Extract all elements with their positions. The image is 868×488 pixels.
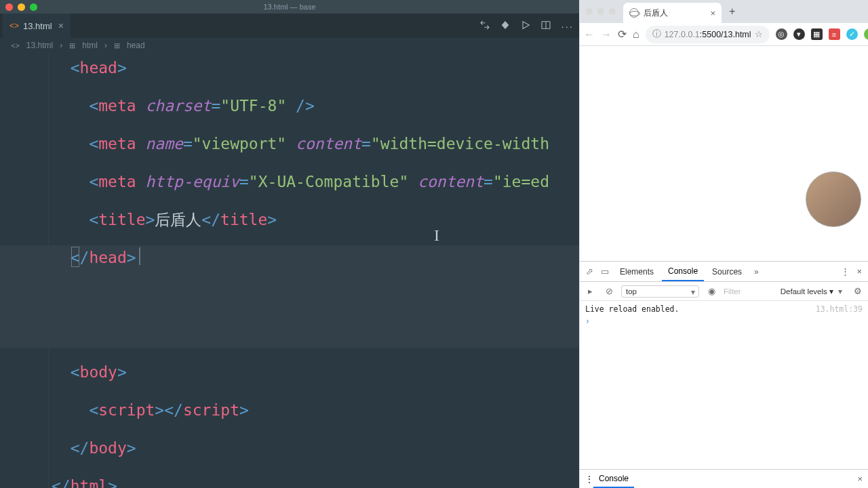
run-icon[interactable] xyxy=(520,20,531,33)
address-bar[interactable]: ⓘ 127.0.0.1:5500/13.html ☆ xyxy=(646,26,770,43)
tab-close-icon[interactable]: × xyxy=(58,20,64,31)
context-selector[interactable]: top xyxy=(621,285,699,298)
console-sidebar-icon[interactable]: ▸ xyxy=(583,286,597,296)
maximize-window-icon[interactable] xyxy=(609,8,616,15)
tag-icon: ⊞ xyxy=(69,41,75,50)
webcam-avatar xyxy=(806,171,861,227)
html-file-icon: <> xyxy=(11,41,20,49)
breadcrumb-item[interactable]: html xyxy=(82,41,98,50)
drawer-menu-icon[interactable]: ⋮ xyxy=(585,474,593,484)
home-button[interactable]: ⌂ xyxy=(633,28,639,41)
devtools-tab-console[interactable]: Console xyxy=(662,262,704,281)
star-bookmark-icon[interactable]: ☆ xyxy=(755,29,763,39)
bracket-highlight-icon xyxy=(71,247,79,267)
more-icon[interactable]: ··· xyxy=(561,20,574,32)
new-tab-button[interactable]: + xyxy=(725,5,739,18)
log-message: Live reload enabled. xyxy=(585,304,679,314)
log-source[interactable]: 13.html:39 xyxy=(816,304,863,314)
maximize-window-icon[interactable] xyxy=(30,3,37,11)
diamond-icon[interactable] xyxy=(500,20,511,33)
chevron-right-icon: › xyxy=(60,41,62,50)
console-prompt-icon[interactable]: › xyxy=(585,314,863,326)
devtools-menu-icon[interactable]: ⋮ xyxy=(841,266,850,277)
site-info-icon[interactable]: ⓘ xyxy=(652,28,661,40)
extension-icon[interactable]: ▦ xyxy=(811,28,823,40)
extension-icon[interactable]: ≡ xyxy=(829,28,840,40)
tag-icon: ⊞ xyxy=(114,41,120,50)
traffic-lights[interactable] xyxy=(5,3,37,11)
chevron-right-icon: › xyxy=(104,41,107,50)
mac-titlebar: 13.html — base xyxy=(0,0,579,14)
device-toolbar-icon[interactable]: ▭ xyxy=(598,266,612,277)
inspect-element-icon[interactable]: ⬀ xyxy=(583,266,596,277)
extension-icons: ◎ ▾ ▦ ≡ ✓ ⋮ xyxy=(776,28,868,41)
editor-tab[interactable]: <> 13.html × xyxy=(3,14,71,38)
breadcrumb[interactable]: <> 13.html › ⊞ html › ⊞ head xyxy=(0,38,579,53)
extension-icon[interactable]: ▾ xyxy=(793,28,805,40)
extension-icon[interactable]: ✓ xyxy=(846,28,858,40)
drawer-close-icon[interactable]: × xyxy=(857,474,863,484)
compare-icon[interactable] xyxy=(479,20,490,33)
html-file-icon: <> xyxy=(9,21,19,30)
console-output[interactable]: Live reload enabled. 13.html:39 › xyxy=(580,301,868,469)
tab-label: 13.html xyxy=(23,21,52,31)
url-host: 127.0.0.1 xyxy=(665,30,700,39)
clear-console-icon[interactable]: ⊘ xyxy=(602,286,616,296)
devtools-tabs: ⬀ ▭ Elements Console Sources » ⋮ × xyxy=(580,262,868,282)
globe-favicon-icon xyxy=(629,8,639,18)
extension-icon[interactable]: ◎ xyxy=(776,28,787,40)
console-log-row: Live reload enabled. 13.html:39 xyxy=(585,304,863,314)
url-path: :5500/13.html xyxy=(700,30,751,39)
devtools-close-icon[interactable]: × xyxy=(856,266,862,277)
breadcrumb-item[interactable]: head xyxy=(127,41,145,50)
live-expression-icon[interactable]: ◉ xyxy=(705,286,718,296)
close-window-icon[interactable] xyxy=(5,3,13,11)
breadcrumb-item[interactable]: 13.html xyxy=(26,41,53,50)
forward-button[interactable]: → xyxy=(601,28,612,41)
devtools-tab-sources[interactable]: Sources xyxy=(706,263,748,281)
window-title: 13.html — base xyxy=(263,3,315,11)
profile-avatar-icon[interactable] xyxy=(864,28,868,40)
page-content xyxy=(580,46,868,261)
more-tabs-icon[interactable]: » xyxy=(751,267,762,277)
editor-tabbar: <> 13.html × ··· xyxy=(0,14,579,38)
devtools-tab-elements[interactable]: Elements xyxy=(614,263,660,281)
close-window-icon[interactable] xyxy=(586,8,593,15)
devtools-drawer: ⋮ Console × xyxy=(580,469,868,488)
back-button[interactable]: ← xyxy=(584,28,595,41)
text-cursor xyxy=(139,247,140,265)
browser-tab[interactable]: 后盾人 × xyxy=(623,3,722,23)
tab-close-icon[interactable]: × xyxy=(710,8,715,18)
reload-button[interactable]: ⟳ xyxy=(618,28,627,41)
chrome-tabstrip: 后盾人 × + xyxy=(580,0,868,23)
editor-pane: 13.html — base <> 13.html × ··· <> 13.ht… xyxy=(0,0,579,488)
devtools: ⬀ ▭ Elements Console Sources » ⋮ × ▸ ⊘ t… xyxy=(580,261,868,488)
split-editor-icon[interactable] xyxy=(540,20,551,33)
console-settings-icon[interactable]: ⚙ xyxy=(851,286,865,296)
filter-input[interactable]: Filter xyxy=(724,287,741,296)
console-toolbar: ▸ ⊘ top ◉ Filter Default levels ▾ ⚙ xyxy=(580,282,868,301)
minimize-window-icon[interactable] xyxy=(597,8,604,15)
minimize-window-icon[interactable] xyxy=(18,3,25,11)
ibeam-cursor-icon: I xyxy=(434,222,439,249)
chrome-toolbar: ← → ⟳ ⌂ ⓘ 127.0.0.1:5500/13.html ☆ ◎ ▾ ▦… xyxy=(580,23,868,46)
browser-pane: 后盾人 × + ← → ⟳ ⌂ ⓘ 127.0.0.1:5500/13.html… xyxy=(579,0,868,488)
editor-toolbar-right: ··· xyxy=(479,20,574,33)
code-editor[interactable]: <head> <meta charset="UTF-8" /> <meta na… xyxy=(0,53,579,488)
traffic-lights[interactable] xyxy=(586,8,616,15)
tab-title: 后盾人 xyxy=(644,7,668,19)
drawer-tab-console[interactable]: Console xyxy=(593,470,634,488)
log-levels-selector[interactable]: Default levels ▾ xyxy=(776,285,846,298)
